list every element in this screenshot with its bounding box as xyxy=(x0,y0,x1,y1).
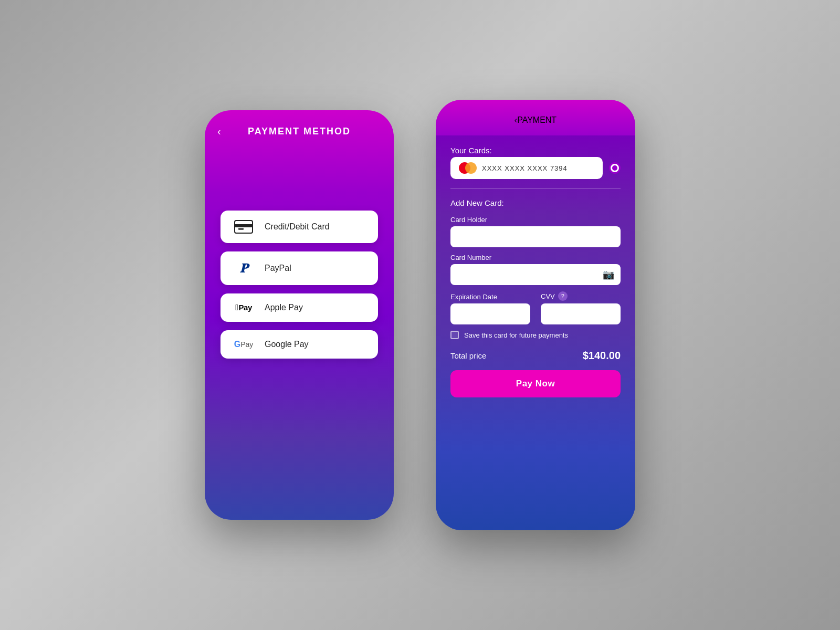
card-holder-input[interactable] xyxy=(450,226,621,247)
your-cards-label: Your Cards: xyxy=(450,146,621,155)
phone-2-header: ‹ PAYMENT xyxy=(436,100,635,135)
expiry-label: Expiration Date xyxy=(450,293,530,301)
phone-1: ‹ PAYMENT METHOD Credit/Debit Card 𝐏 Pay… xyxy=(205,110,394,520)
google-pay-option[interactable]: GPay Google Pay xyxy=(220,330,378,359)
saved-card[interactable]: XXXX XXXX XXXX 7394 xyxy=(450,157,603,179)
cvv-label: CVV xyxy=(541,292,555,300)
credit-card-icon xyxy=(234,220,253,234)
total-row: Total price $140.00 xyxy=(450,350,621,362)
card-holder-field-group: Card Holder xyxy=(450,216,621,247)
phone-1-header: ‹ PAYMENT METHOD xyxy=(205,110,394,148)
apple-pay-option[interactable]: Pay Apple Pay xyxy=(220,293,378,322)
total-amount: $140.00 xyxy=(583,350,621,362)
google-pay-label: Google Pay xyxy=(265,340,309,349)
save-card-row[interactable]: Save this card for future payments xyxy=(450,331,621,339)
expiry-field-group: Expiration Date xyxy=(450,293,530,324)
phone-2: ‹ PAYMENT Your Cards: XXXX XXXX XXXX 739… xyxy=(436,100,635,530)
applepay-icon: Pay xyxy=(235,303,252,312)
mastercard-icon xyxy=(459,162,477,174)
card-number-input[interactable] xyxy=(450,264,621,285)
total-label: Total price xyxy=(450,351,486,360)
your-cards-section: Your Cards: XXXX XXXX XXXX 7394 xyxy=(450,146,621,179)
phone-1-title: PAYMENT METHOD xyxy=(248,126,351,137)
gpay-icon: GPay xyxy=(234,340,254,349)
expiry-cvv-row: Expiration Date CVV ? xyxy=(450,291,621,324)
payment-body: Your Cards: XXXX XXXX XXXX 7394 Add New … xyxy=(436,135,635,530)
mc-circle-right xyxy=(465,162,477,174)
camera-icon: 📷 xyxy=(603,269,614,280)
cvv-field-group: CVV ? xyxy=(541,291,621,324)
add-new-card-section: Add New Card: Card Holder Card Number 📷 … xyxy=(450,198,621,339)
save-card-label: Save this card for future payments xyxy=(464,331,568,339)
card-holder-label: Card Holder xyxy=(450,216,621,224)
paypal-option[interactable]: 𝐏 PayPal xyxy=(220,251,378,285)
paypal-icon: 𝐏 xyxy=(240,261,248,276)
paypal-icon-wrapper: 𝐏 xyxy=(233,261,254,276)
section-divider xyxy=(450,188,621,189)
card-number-label: Card Number xyxy=(450,254,621,261)
credit-debit-label: Credit/Debit Card xyxy=(265,222,330,232)
radio-dot xyxy=(612,165,617,171)
card-number-field-group: Card Number 📷 xyxy=(450,254,621,285)
card-radio-selected[interactable] xyxy=(609,162,621,174)
payment-methods-list: Credit/Debit Card 𝐏 PayPal Pay Apple Pa… xyxy=(205,190,394,359)
paypal-label: PayPal xyxy=(265,264,291,273)
save-card-checkbox[interactable] xyxy=(450,331,459,339)
credit-card-icon-wrapper xyxy=(233,220,254,234)
applepay-icon-wrapper: Pay xyxy=(233,303,254,312)
gpay-icon-wrapper: GPay xyxy=(233,340,254,349)
cards-row: XXXX XXXX XXXX 7394 xyxy=(450,157,621,179)
add-new-card-label: Add New Card: xyxy=(450,198,621,207)
credit-debit-option[interactable]: Credit/Debit Card xyxy=(220,211,378,243)
cvv-header: CVV ? xyxy=(541,291,621,301)
phone-2-title: PAYMENT xyxy=(517,116,556,125)
cvv-help-icon[interactable]: ? xyxy=(558,291,568,301)
pay-now-button[interactable]: Pay Now xyxy=(450,370,621,397)
apple-pay-label: Apple Pay xyxy=(265,303,303,312)
cvv-input[interactable] xyxy=(541,303,621,324)
card-number-masked: XXXX XXXX XXXX 7394 xyxy=(482,164,568,172)
expiry-input[interactable] xyxy=(450,303,530,324)
card-number-wrapper: 📷 xyxy=(450,264,621,285)
phone-1-back-button[interactable]: ‹ xyxy=(217,125,221,138)
